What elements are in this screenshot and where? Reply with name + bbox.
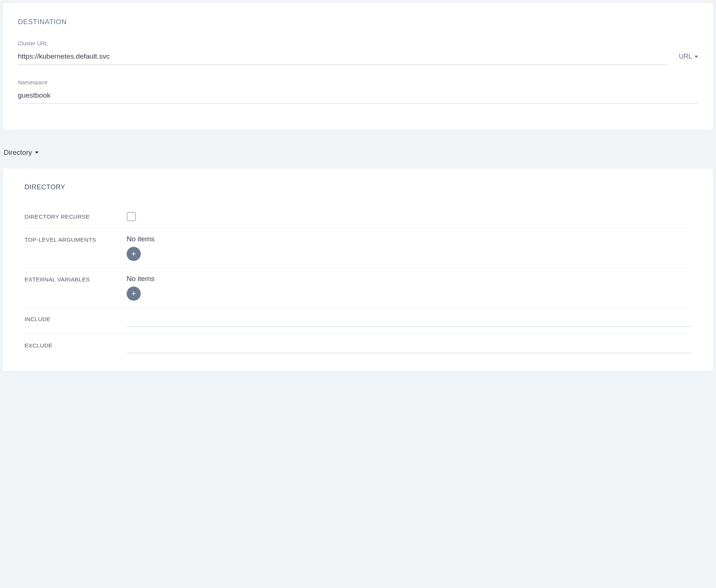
include-label: INCLUDE <box>25 314 127 323</box>
plus-icon: + <box>131 250 136 258</box>
directory-recurse-row: DIRECTORY RECURSE <box>25 205 691 228</box>
cluster-url-label: Cluster URL <box>18 40 668 46</box>
url-dropdown-label: URL <box>679 53 692 61</box>
directory-recurse-value <box>127 212 691 221</box>
exclude-label: EXCLUDE <box>25 341 127 349</box>
exclude-row: EXCLUDE <box>25 334 691 360</box>
top-level-arguments-label: TOP-LEVEL ARGUMENTS <box>25 235 127 243</box>
include-input[interactable] <box>127 315 691 327</box>
cluster-url-row: Cluster URL URL <box>18 40 698 79</box>
exclude-value <box>127 341 691 353</box>
exclude-input[interactable] <box>127 342 691 353</box>
directory-title: DIRECTORY <box>25 183 691 191</box>
destination-title: DESTINATION <box>18 18 698 26</box>
external-variables-empty: No items <box>127 275 691 283</box>
top-level-arguments-value: No items + <box>127 235 691 261</box>
directory-card: DIRECTORY DIRECTORY RECURSE TOP-LEVEL AR… <box>3 169 713 371</box>
external-variables-label: EXTERNAL VARIABLES <box>25 275 127 283</box>
include-value <box>127 314 691 327</box>
directory-section-dropdown[interactable]: Directory <box>4 148 39 157</box>
add-external-variable-button[interactable]: + <box>127 287 141 301</box>
destination-card: DESTINATION Cluster URL URL Namespace <box>3 3 713 130</box>
external-variables-value: No items + <box>127 275 691 301</box>
top-level-arguments-row: TOP-LEVEL ARGUMENTS No items + <box>25 228 691 268</box>
top-level-arguments-empty: No items <box>127 235 691 243</box>
namespace-label: Namespace <box>18 79 698 85</box>
directory-section-label: Directory <box>4 148 32 157</box>
include-row: INCLUDE <box>25 308 691 334</box>
directory-recurse-label: DIRECTORY RECURSE <box>25 212 127 220</box>
cluster-url-input[interactable] <box>18 49 668 65</box>
namespace-group: Namespace <box>18 79 698 104</box>
directory-recurse-checkbox[interactable] <box>127 212 136 221</box>
caret-down-icon <box>694 56 698 58</box>
url-dropdown[interactable]: URL <box>679 53 698 61</box>
external-variables-row: EXTERNAL VARIABLES No items + <box>25 268 691 308</box>
plus-icon: + <box>131 290 136 298</box>
caret-down-icon <box>35 151 39 154</box>
namespace-input[interactable] <box>18 88 698 104</box>
url-dropdown-wrapper: URL <box>679 40 698 61</box>
add-top-level-argument-button[interactable]: + <box>127 247 141 261</box>
cluster-url-group: Cluster URL <box>18 40 668 65</box>
